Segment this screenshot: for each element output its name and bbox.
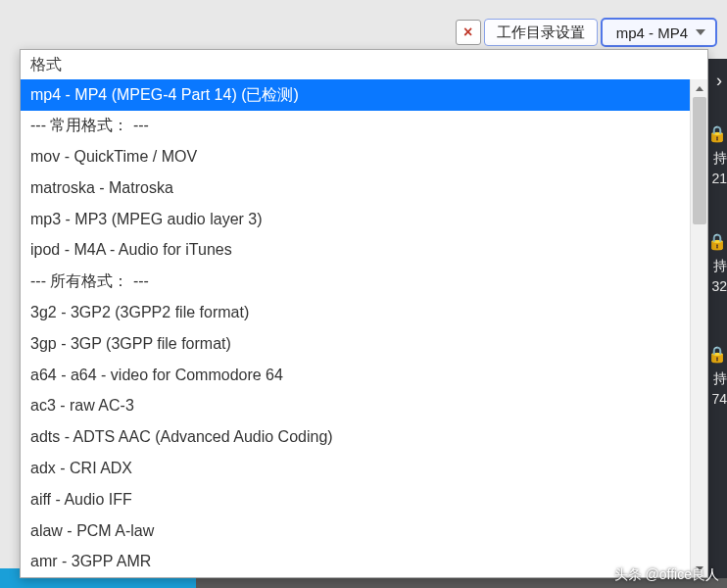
dropdown-item[interactable]: 3gp - 3GP (3GPP file format) — [21, 328, 707, 360]
dropdown-item[interactable]: adts - ADTS AAC (Advanced Audio Coding) — [21, 422, 707, 454]
close-icon: × — [463, 24, 472, 41]
watermark: 头条 @office良人 — [614, 566, 719, 584]
dropdown-item[interactable]: a64 - a64 - video for Commodore 64 — [21, 360, 707, 391]
dropdown-item[interactable]: ipod - M4A - Audio for iTunes — [21, 235, 707, 267]
dropdown-item[interactable]: mp4 - MP4 (MPEG-4 Part 14) (已检测) — [21, 79, 707, 111]
format-select[interactable]: mp4 - MP4 — [601, 18, 717, 47]
dropdown-item[interactable]: matroska - Matroska — [21, 172, 707, 204]
dropdown-title: 格式 — [21, 50, 707, 79]
sidebar-text: 持 — [713, 370, 727, 386]
sidebar-number: 32 — [711, 278, 727, 294]
dropdown-list: mp4 - MP4 (MPEG-4 Part 14) (已检测)--- 常用格式… — [21, 79, 707, 577]
toolbar: × 工作目录设置 mp4 - MP4 — [456, 18, 717, 47]
scroll-up-button[interactable] — [691, 79, 707, 97]
dropdown-item[interactable]: aiff - Audio IFF — [21, 484, 707, 515]
work-dir-button[interactable]: 工作目录设置 — [484, 19, 598, 46]
sidebar-text: 持 — [713, 150, 727, 166]
scroll-thumb[interactable] — [693, 97, 706, 224]
arrow-up-icon — [696, 86, 703, 91]
dropdown-item[interactable]: --- 所有格式： --- — [21, 267, 707, 298]
dropdown-item[interactable]: --- 常用格式： --- — [21, 111, 707, 142]
work-dir-label: 工作目录设置 — [497, 24, 585, 42]
sidebar-number: 21 — [711, 171, 727, 186]
close-button[interactable]: × — [456, 20, 481, 45]
sidebar-text: 持 — [713, 258, 727, 273]
format-select-value: mp4 - MP4 — [616, 24, 688, 41]
chevron-right-icon: › — [716, 71, 722, 91]
sidebar-number: 74 — [711, 391, 727, 407]
dropdown-item[interactable]: alaw - PCM A-law — [21, 515, 707, 547]
dropdown-item[interactable]: mov - QuickTime / MOV — [21, 142, 707, 173]
dropdown-item[interactable]: 3g2 - 3GP2 (3GPP2 file format) — [21, 298, 707, 329]
dropdown-item[interactable]: mp3 - MP3 (MPEG audio layer 3) — [21, 204, 707, 235]
format-dropdown: 格式 mp4 - MP4 (MPEG-4 Part 14) (已检测)--- 常… — [20, 49, 708, 578]
scrollbar[interactable] — [690, 79, 707, 577]
chevron-down-icon — [696, 29, 705, 35]
dropdown-item[interactable]: adx - CRI ADX — [21, 454, 707, 485]
dropdown-item[interactable]: amr - 3GPP AMR — [21, 547, 707, 577]
dropdown-item[interactable]: ac3 - raw AC-3 — [21, 391, 707, 422]
